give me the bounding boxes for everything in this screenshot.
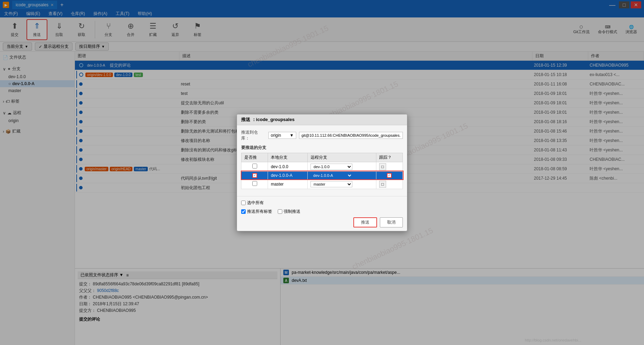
modal-overlay: 推送 ：icode_groupsales 推送到仓库： origin ▼ 要推送…: [0, 0, 644, 345]
footer-buttons: 推送 取消: [241, 217, 403, 227]
remote-select-arrow: ▼: [290, 133, 294, 138]
cancel-button[interactable]: 取消: [380, 217, 403, 227]
branch-checkbox-checked[interactable]: [252, 173, 257, 178]
branch-row-selected[interactable]: dev-1.0.0-A dev-1.0.0-A: [242, 171, 403, 179]
push-to-label: 推送到仓库：: [241, 129, 266, 141]
th-track: 跟踪？: [376, 153, 402, 162]
remote-url-input[interactable]: [299, 132, 403, 139]
modal-title-bar: 推送 ：icode_groupsales: [237, 114, 407, 125]
branch-checkbox[interactable]: [252, 164, 257, 168]
push-tags-label[interactable]: 推送所有标签: [241, 209, 272, 215]
branch-track-checked[interactable]: [387, 173, 392, 178]
branch-row: master master □: [242, 179, 403, 189]
th-remote: 远程分支: [307, 153, 376, 162]
select-all-label[interactable]: 选中所有: [241, 200, 264, 206]
branch-local-cell: dev-1.0.0: [268, 162, 308, 171]
branch-remote-select-master[interactable]: master: [310, 181, 352, 187]
remote-select[interactable]: origin ▼: [268, 132, 296, 139]
branch-track-cell[interactable]: □: [376, 162, 402, 171]
branch-check-cell-master[interactable]: [242, 179, 268, 189]
branch-track-cell-selected[interactable]: [376, 171, 402, 179]
branch-row: dev-1.0.0 dev-1.0.0 □: [242, 162, 403, 171]
branch-table: 是否推 本地分支 远程分支 跟踪？ dev-1.0.0: [241, 153, 403, 189]
branch-checkbox-master[interactable]: [252, 181, 257, 186]
push-tags-checkbox[interactable]: [241, 209, 246, 214]
branch-remote-select[interactable]: dev-1.0.0: [310, 164, 352, 170]
push-modal: 推送 ：icode_groupsales 推送到仓库： origin ▼ 要推送…: [237, 114, 407, 231]
branch-check-cell-selected[interactable]: [242, 171, 268, 179]
push-confirm-button[interactable]: 推送: [353, 217, 377, 227]
branch-local-cell-selected: dev-1.0.0-A: [268, 171, 308, 179]
branch-track-cell-master[interactable]: □: [376, 179, 402, 189]
branch-check-cell[interactable]: [242, 162, 268, 171]
branches-section-label: 要推送的分支: [241, 145, 403, 151]
remote-selected-value: origin: [271, 133, 281, 138]
footer-checkboxes: 选中所有: [241, 200, 403, 206]
modal-footer: 选中所有 推送所有标签 强制推送 推送 取消: [237, 196, 407, 231]
branch-local-cell-master: master: [268, 179, 308, 189]
th-local: 本地分支: [268, 153, 308, 162]
branch-delete-btn-master[interactable]: □: [379, 181, 386, 188]
branch-delete-btn[interactable]: □: [379, 163, 386, 170]
modal-content: 推送到仓库： origin ▼ 要推送的分支 是否推 本地分支: [237, 125, 407, 196]
push-to-row: 推送到仓库： origin ▼: [241, 129, 403, 141]
force-push-checkbox[interactable]: [278, 209, 282, 214]
modal-title: 推送 ：icode_groupsales: [241, 117, 294, 123]
branch-remote-cell-selected[interactable]: dev-1.0.0-A: [307, 171, 376, 179]
select-all-checkbox[interactable]: [241, 201, 246, 205]
branch-remote-select-selected[interactable]: dev-1.0.0-A: [310, 173, 352, 178]
force-push-label[interactable]: 强制推送: [278, 209, 300, 215]
th-checked: 是否推: [242, 153, 268, 162]
branch-remote-cell[interactable]: dev-1.0.0: [307, 162, 376, 171]
footer-push-options: 推送所有标签 强制推送: [241, 209, 403, 215]
branch-remote-cell-master[interactable]: master: [307, 179, 376, 189]
